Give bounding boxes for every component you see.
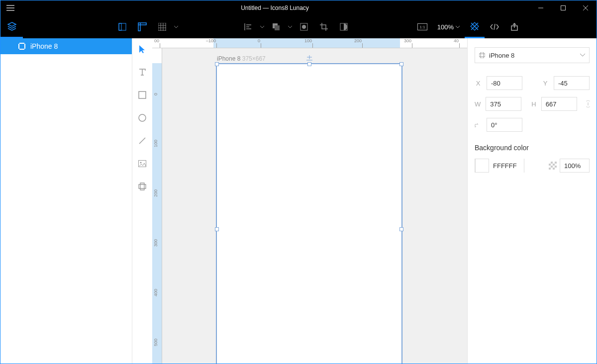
rotation-input[interactable] <box>487 118 522 132</box>
ratio-lock-icon[interactable] <box>585 100 591 107</box>
layer-name: iPhone 8 <box>30 42 58 50</box>
rectangle-tool[interactable] <box>135 88 149 102</box>
resize-handle[interactable] <box>307 62 311 66</box>
design-tab-icon[interactable] <box>465 15 485 38</box>
svg-rect-1 <box>119 23 126 30</box>
zoom-value: 100% <box>437 23 454 31</box>
resize-handle[interactable] <box>399 227 403 231</box>
layer-item[interactable]: iPhone 8 <box>0 38 132 54</box>
align-dropdown-icon[interactable] <box>258 15 266 38</box>
resize-handle[interactable] <box>215 62 219 66</box>
svg-point-14 <box>140 162 142 164</box>
ruler-icon[interactable] <box>132 15 152 38</box>
actual-size-icon[interactable]: 1:1 <box>412 15 432 38</box>
line-tool[interactable] <box>135 134 149 148</box>
minimize-button[interactable] <box>529 0 552 15</box>
opacity-input[interactable] <box>560 159 590 173</box>
resize-handle[interactable] <box>215 227 219 231</box>
zoom-level[interactable]: 100% <box>432 23 465 31</box>
x-label: X <box>475 80 482 87</box>
contrast-icon[interactable] <box>334 15 354 38</box>
oval-tool[interactable] <box>135 111 149 125</box>
page-list-icon[interactable] <box>112 15 132 38</box>
y-input[interactable] <box>554 76 590 90</box>
background-color-title: Background color <box>475 144 590 152</box>
color-swatch[interactable] <box>475 159 489 173</box>
layers-panel: iPhone 8 <box>0 38 132 364</box>
artboard-icon <box>18 43 25 50</box>
w-label: W <box>475 100 481 108</box>
align-left-icon[interactable] <box>238 15 258 38</box>
boolean-dropdown-icon[interactable] <box>286 15 294 38</box>
code-tab-icon[interactable] <box>485 15 504 38</box>
svg-point-6 <box>302 25 306 29</box>
grid-dropdown-icon[interactable] <box>172 15 180 38</box>
measure-indicator <box>306 55 313 62</box>
y-label: Y <box>542 80 549 87</box>
width-input[interactable] <box>486 97 521 111</box>
h-label: H <box>531 100 536 108</box>
image-tool[interactable] <box>135 157 149 171</box>
tool-column <box>132 38 152 364</box>
hamburger-menu-icon[interactable] <box>0 0 20 15</box>
maximize-button[interactable] <box>552 0 574 15</box>
svg-rect-11 <box>139 91 146 98</box>
height-input[interactable] <box>541 97 577 111</box>
select-tool[interactable] <box>135 42 149 56</box>
crop-icon[interactable] <box>314 15 334 38</box>
boolean-icon[interactable] <box>266 15 286 38</box>
horizontal-ruler[interactable]: 00 –100 0 100 200 300 40 <box>152 38 467 48</box>
x-input[interactable] <box>487 76 522 90</box>
background-color-field[interactable] <box>475 159 524 173</box>
window-title: Untitled — Icons8 Lunacy <box>20 4 529 11</box>
svg-rect-4 <box>275 25 280 30</box>
color-hex-input[interactable] <box>489 159 524 173</box>
artboard-label[interactable]: iPhone 8 375×667 <box>217 55 266 62</box>
chevron-down-icon <box>580 54 585 57</box>
layers-panel-tab[interactable] <box>0 15 23 38</box>
rotation-icon <box>475 122 482 128</box>
canvas-area: 00 –100 0 100 200 300 40 0 100 200 300 4… <box>152 38 467 364</box>
export-tab-icon[interactable] <box>504 15 524 38</box>
mask-icon[interactable] <box>294 15 314 38</box>
preset-name: iPhone 8 <box>489 52 576 59</box>
svg-text:1:1: 1:1 <box>419 25 425 29</box>
artboard-icon <box>479 52 485 58</box>
artboard-tool[interactable] <box>135 180 149 193</box>
inspector-panel: iPhone 8 X Y W H <box>467 38 597 364</box>
resize-handle[interactable] <box>399 62 403 66</box>
toolbar: 1:1 100% <box>0 15 597 38</box>
opacity-icon <box>549 162 557 170</box>
vertical-ruler[interactable]: 0 100 200 300 400 500 <box>152 48 162 364</box>
close-button[interactable] <box>574 0 597 15</box>
canvas[interactable]: iPhone 8 375×667 <box>162 48 467 364</box>
svg-point-12 <box>139 114 146 121</box>
svg-rect-2 <box>119 23 121 30</box>
artboard-preset-selector[interactable]: iPhone 8 <box>475 47 590 63</box>
grid-icon[interactable] <box>152 15 172 38</box>
text-tool[interactable] <box>135 65 149 79</box>
svg-rect-0 <box>561 6 565 10</box>
artboard[interactable]: iPhone 8 375×667 <box>216 63 402 364</box>
titlebar: Untitled — Icons8 Lunacy <box>0 0 597 15</box>
